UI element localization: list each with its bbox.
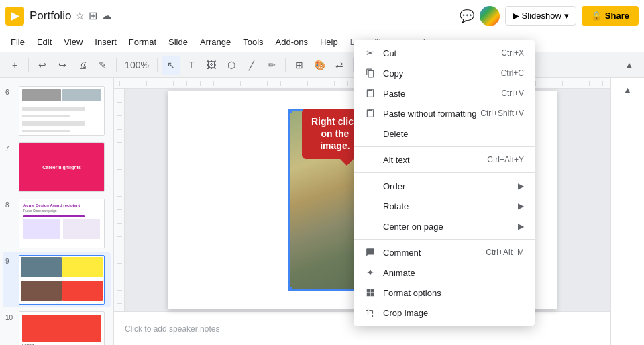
ctx-center-label: Center on page xyxy=(383,221,443,232)
toolbar-collapse-right[interactable]: ▲ xyxy=(620,56,639,75)
menu-addons[interactable]: Add-ons xyxy=(270,34,313,50)
menu-format[interactable]: Format xyxy=(123,34,162,50)
handle-top-left[interactable] xyxy=(288,109,292,113)
ctx-rotate-label: Rotate xyxy=(383,201,409,211)
ctx-delete[interactable]: Delete xyxy=(354,124,535,144)
ctx-order-label: Order xyxy=(383,181,405,191)
top-right: 💬 ▶ Slideshow ▾ 🔒 Share xyxy=(460,6,639,26)
ctx-paste-no-format[interactable]: Paste without formatting Ctrl+Shift+V xyxy=(354,103,535,124)
slide-preview-9 xyxy=(19,255,105,305)
toolbar-cursor[interactable]: ↖ xyxy=(162,56,180,75)
menu-slide[interactable]: Slide xyxy=(163,34,193,50)
toolbar-paint[interactable]: ✎ xyxy=(93,56,112,75)
title-icons: ☆ ⊞ ☁ xyxy=(75,9,112,22)
toolbar-shapes[interactable]: ⬡ xyxy=(222,56,241,75)
slide-thumb-9[interactable]: 9 xyxy=(3,252,111,307)
rotate-icon xyxy=(364,200,376,212)
ctx-order-arrow: ▶ xyxy=(518,181,524,191)
ctx-alt-text[interactable]: Alt text Ctrl+Alt+Y xyxy=(354,150,535,170)
toolbar-zoom[interactable]: 100% xyxy=(121,56,153,75)
format-options-icon xyxy=(364,287,376,299)
star-icon[interactable]: ☆ xyxy=(75,9,85,22)
toolbar-transition[interactable]: ⇄ xyxy=(330,56,349,75)
menu-view[interactable]: View xyxy=(58,34,88,50)
toolbar-textbox[interactable]: T xyxy=(182,56,201,75)
slide-thumb-6[interactable]: 6 xyxy=(3,83,111,138)
doc-title: Portfolio xyxy=(30,9,71,23)
toolbar-theme[interactable]: 🎨 xyxy=(310,56,329,75)
slideshow-button[interactable]: ▶ Slideshow ▾ xyxy=(505,6,576,26)
ctx-cut-label: Cut xyxy=(383,48,396,58)
toolbar-layout[interactable]: ⊞ xyxy=(290,56,309,75)
slide-thumb-8[interactable]: 8 Acme Design Award recipient Pulse Stoc… xyxy=(3,196,111,251)
comment-icon xyxy=(364,246,376,258)
ctx-crop[interactable]: Crop image xyxy=(354,303,535,323)
slideshow-label: Slideshow xyxy=(522,11,561,21)
share-label: Share xyxy=(605,11,629,21)
ctx-divider-2 xyxy=(354,172,535,173)
chat-icon[interactable]: 💬 xyxy=(460,9,474,23)
paste-noformat-icon xyxy=(364,107,376,119)
handle-bottom-left[interactable] xyxy=(288,287,292,291)
toolbar-add[interactable]: + xyxy=(5,56,24,75)
crop-icon xyxy=(364,307,376,319)
ctx-format-options[interactable]: Format options xyxy=(354,283,535,303)
toolbar-undo[interactable]: ↩ xyxy=(33,56,52,75)
ctx-order[interactable]: Order ▶ xyxy=(354,176,535,196)
slide-thumb-7[interactable]: 7 Career highlights xyxy=(3,140,111,195)
slides-sidebar: 6 7 xyxy=(0,78,114,345)
ctx-paste-noformat-label: Paste without formatting xyxy=(383,109,476,119)
meet-icon[interactable] xyxy=(480,6,500,26)
ctx-crop-label: Crop image xyxy=(383,308,428,318)
ctx-delete-label: Delete xyxy=(383,129,409,139)
ctx-rotate[interactable]: Rotate ▶ xyxy=(354,196,535,216)
slide-preview-6 xyxy=(19,86,105,136)
center-icon xyxy=(364,220,376,232)
slide-num-8: 8 xyxy=(5,201,15,209)
ctx-animate-label: Animate xyxy=(383,268,415,278)
menu-tools[interactable]: Tools xyxy=(237,34,268,50)
callout-line1: Right click xyxy=(311,116,359,127)
menu-insert[interactable]: Insert xyxy=(89,34,122,50)
copy-icon xyxy=(364,67,376,79)
ctx-divider-1 xyxy=(354,146,535,147)
callout-line3: image. xyxy=(320,140,350,151)
toolbar-line[interactable]: ╱ xyxy=(242,56,261,75)
toolbar-print[interactable]: 🖨 xyxy=(73,56,92,75)
callout-line2: on the xyxy=(321,128,349,139)
toolbar-redo[interactable]: ↪ xyxy=(53,56,72,75)
ctx-alt-text-label: Alt text xyxy=(383,155,410,165)
slide-num-7: 7 xyxy=(5,145,15,152)
toolbar-pen[interactable]: ✏ xyxy=(262,56,281,75)
ruler-left xyxy=(114,89,125,311)
ctx-paste-noformat-shortcut: Ctrl+Shift+V xyxy=(480,109,524,118)
menu-arrange[interactable]: Arrange xyxy=(195,34,236,50)
notes-placeholder: Click to add speaker notes xyxy=(125,324,219,334)
menu-edit[interactable]: Edit xyxy=(32,34,57,50)
menu-bar: File Edit View Insert Format Slide Arran… xyxy=(0,32,644,52)
cloud-icon[interactable]: ☁ xyxy=(101,9,112,22)
animate-icon: ✦ xyxy=(364,266,376,279)
ctx-comment-label: Comment xyxy=(383,248,421,258)
ctx-divider-3 xyxy=(354,239,535,240)
toolbar-image[interactable]: 🖼 xyxy=(202,56,221,75)
ctx-copy[interactable]: Copy Ctrl+C xyxy=(354,63,535,83)
top-bar: ▶ Portfolio ☆ ⊞ ☁ 💬 ▶ Slideshow ▾ 🔒 Shar… xyxy=(0,0,644,32)
ctx-copy-label: Copy xyxy=(383,68,403,79)
ctx-paste[interactable]: Paste Ctrl+V xyxy=(354,83,535,103)
ctx-center[interactable]: Center on page ▶ xyxy=(354,216,535,236)
ctx-cut[interactable]: ✂ Cut Ctrl+X xyxy=(354,43,535,63)
right-panel: ▲ xyxy=(610,78,644,345)
panel-collapse[interactable]: ▲ xyxy=(619,81,637,99)
menu-help[interactable]: Help xyxy=(315,34,343,50)
order-icon xyxy=(364,180,376,192)
ctx-animate[interactable]: ✦ Animate xyxy=(354,262,535,283)
share-button[interactable]: 🔒 Share xyxy=(582,6,639,26)
paste-icon xyxy=(364,87,376,99)
ctx-comment[interactable]: Comment Ctrl+Alt+M xyxy=(354,242,535,262)
ctx-paste-label: Paste xyxy=(383,89,405,99)
menu-file[interactable]: File xyxy=(5,34,30,50)
slide-thumb-10[interactable]: 10 Contact xyxy=(3,309,111,345)
folder-icon[interactable]: ⊞ xyxy=(89,9,97,22)
lock-icon: 🔒 xyxy=(591,11,602,21)
